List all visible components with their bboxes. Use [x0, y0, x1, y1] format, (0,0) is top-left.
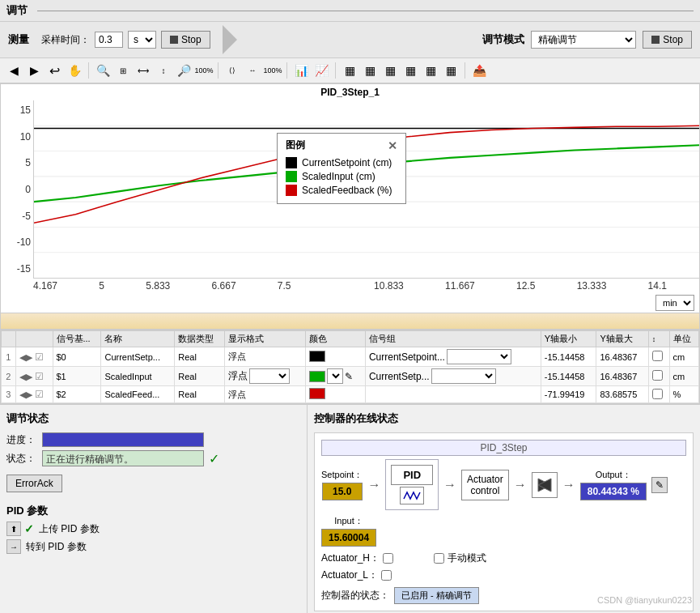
legend-close-btn[interactable]: ✕ [388, 139, 397, 152]
toolbar-grid4[interactable]: ▦ [401, 62, 419, 79]
stop-button-2[interactable]: Stop [643, 31, 692, 49]
x-label-5: 7.5 [278, 280, 291, 292]
row-3-ymin: -71.99419 [541, 386, 596, 403]
actuator-h-row: Actuator_H： 手动模式 [321, 551, 686, 565]
stop-icon-2 [651, 36, 660, 44]
actuator-label-line1: Actuator [467, 474, 503, 485]
table-row: 2 ◀▶ ☑ $1 ScaledInput Real 浮点 [2, 367, 699, 386]
table-row: 3 ◀▶ ☑ $2 ScaledFeed... Real 浮点 -71.9941… [2, 386, 699, 403]
toolbar-chart2[interactable]: 📈 [312, 62, 330, 79]
toolbar-fit[interactable]: ⟨⟩ [223, 62, 241, 79]
stop-button-1[interactable]: Stop [161, 31, 210, 49]
time-unit-select[interactable]: min s h [655, 295, 694, 311]
setpoint-value: 15.0 [322, 483, 363, 500]
toolbar-100[interactable]: 100% [195, 62, 213, 79]
toolbar-hand[interactable]: ✋ [66, 62, 83, 79]
row-1-unit: cm [669, 347, 698, 367]
row-icon-1a: ◀▶ [19, 352, 32, 362]
sample-time-input[interactable] [95, 32, 123, 48]
chart-inner: 图例 ✕ CurrentSetpoint (cm) ScaledInput (c… [33, 100, 699, 279]
actuator-block: Actuator control [461, 470, 509, 500]
data-table: 信号基... 名称 数据类型 显示格式 颜色 信号组 Y轴最小 Y轴最大 ↕ 单… [1, 330, 699, 403]
manual-adjust-icon[interactable]: ✎ [651, 477, 668, 493]
actuator-h-checkbox[interactable] [383, 553, 393, 564]
stop-label-1: Stop [181, 34, 202, 45]
main-container: 调节 测量 采样时间： s ms Stop 调节模式 精确调节 [0, 0, 700, 613]
row-1-group-select[interactable] [447, 349, 511, 364]
time-unit-row: min s h [1, 293, 699, 313]
arrow-3: → [514, 478, 527, 492]
toolbar-zoom-rect[interactable]: ⊞ [114, 62, 132, 79]
th-signal-base: 信号基... [53, 331, 101, 347]
th-num [2, 331, 16, 347]
row-2-color-select[interactable] [327, 368, 343, 384]
toolbar-undo[interactable]: ↩ [45, 62, 63, 79]
row-2-group: CurrentSetp... [365, 367, 541, 386]
toolbar-forward[interactable]: ▶ [25, 62, 43, 79]
row-2-auto-cb[interactable] [652, 370, 663, 381]
row-2-color-pencil[interactable]: ✎ [345, 371, 353, 382]
arrow-divider [223, 25, 237, 54]
y-label-7: -15 [17, 263, 31, 275]
toolbar-zoom-y[interactable]: ↕ [155, 62, 172, 79]
toolbar-back[interactable]: ◀ [5, 62, 23, 79]
th-unit: 单位 [669, 331, 698, 347]
row-3-name: ScaledFeed... [101, 386, 175, 403]
legend-popup: 图例 ✕ CurrentSetpoint (cm) ScaledInput (c… [277, 133, 406, 204]
toolbar-export[interactable]: 📤 [470, 62, 488, 79]
toolbar-grid3[interactable]: ▦ [381, 62, 399, 79]
window-title: 调节 [6, 3, 28, 18]
th-ymin: Y轴最小 [541, 331, 596, 347]
upload-pid-action[interactable]: ⬆ ✓ 上传 PID 参数 [6, 521, 300, 536]
row-2-num: 2 [2, 367, 16, 386]
row-1-group-text: CurrentSetpoint... [369, 351, 445, 363]
row-2-group-select[interactable] [431, 368, 496, 384]
toolbar-zoom-x[interactable]: ⟷ [134, 62, 152, 79]
sample-unit-select[interactable]: s ms [128, 31, 156, 49]
table-header-row: 信号基... 名称 数据类型 显示格式 颜色 信号组 Y轴最小 Y轴最大 ↕ 单… [2, 331, 699, 347]
y-label-4: 0 [25, 184, 31, 195]
actuator-l-checkbox[interactable] [381, 570, 392, 581]
row-3-format: 浮点 [225, 386, 306, 403]
upload-pid-icon: ⬆ [6, 521, 21, 536]
toolbar-grid1[interactable]: ▦ [341, 62, 358, 79]
toolbar: ◀ ▶ ↩ ✋ 🔍 ⊞ ⟷ ↕ 🔎 100% ⟨⟩ ↔ 100% 📊 📈 ▦ ▦… [0, 58, 700, 83]
toolbar-grid5[interactable]: ▦ [422, 62, 439, 79]
toolbar-grid2[interactable]: ▦ [361, 62, 379, 79]
manual-mode-checkbox[interactable] [434, 553, 444, 564]
toolbar-chart1[interactable]: 📊 [292, 62, 310, 79]
row-3-auto-cb[interactable] [652, 389, 663, 399]
row-2-format-select[interactable] [249, 368, 290, 384]
row-2-signal: $1 [53, 367, 101, 386]
legend-name-3: ScaledFeedback (%) [302, 185, 392, 196]
actuator-options: Actuator_H： 手动模式 Actuator_L： [321, 551, 686, 582]
mode-select[interactable]: 精确调节 粗略调节 [531, 31, 636, 49]
tuning-status-title: 调节状态 [6, 411, 300, 426]
row-1-format: 浮点 [225, 347, 306, 367]
toolbar-zoom-out[interactable]: 🔎 [175, 62, 193, 79]
pid-block-container: PID [385, 459, 439, 510]
toolbar-grid6[interactable]: ▦ [442, 62, 460, 79]
row-1-color-swatch [309, 351, 325, 362]
input-value: 15.60004 [321, 529, 376, 547]
toolbar-sep-5 [465, 62, 465, 79]
pid-params-title: PID 参数 [6, 504, 300, 518]
toolbar-percent[interactable]: 100% [264, 62, 282, 79]
legend-item-3: ScaledFeedback (%) [286, 185, 397, 196]
pid-params: PID 参数 ⬆ ✓ 上传 PID 参数 → 转到 PID 参数 [6, 504, 300, 554]
toolbar-zoom-in[interactable]: 🔍 [94, 62, 112, 79]
pid-box-title: PID_3Step [321, 440, 686, 456]
actuator-h-label: Actuator_H： [321, 551, 380, 565]
toolbar-fit2[interactable]: ↔ [244, 62, 261, 79]
row-1-auto-cb[interactable] [652, 351, 663, 361]
tuning-status-panel: 调节状态 进度： 状态： 正在进行精确调节。 ✓ ErrorAck PID 参数 [0, 404, 308, 613]
goto-pid-action[interactable]: → 转到 PID 参数 [6, 539, 300, 554]
error-ack-button[interactable]: ErrorAck [6, 475, 62, 492]
actuator-h-group: Actuator_H： [321, 551, 393, 565]
legend-color-2 [286, 171, 297, 182]
toolbar-sep-2 [218, 62, 218, 79]
row-2-color: ✎ [306, 367, 366, 386]
setpoint-label: Setpoint： [321, 469, 363, 481]
toolbar-sep-4 [335, 62, 336, 79]
scroll-area[interactable] [0, 313, 700, 330]
